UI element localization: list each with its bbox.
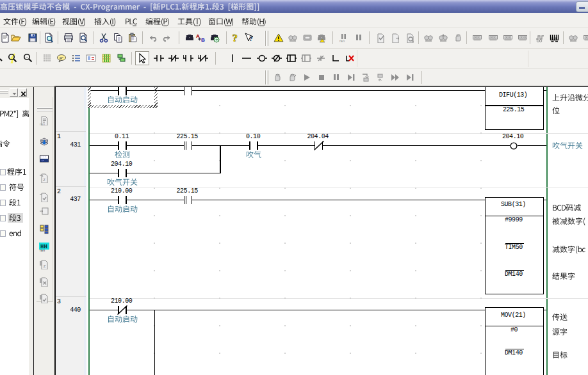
svg-text:ran: ran	[40, 122, 45, 125]
svg-text:B: B	[201, 37, 205, 43]
svg-text:z: z	[44, 263, 46, 269]
svg-text:?: ?	[249, 35, 253, 42]
svg-text:z: z	[43, 177, 45, 182]
svg-text:ran: ran	[339, 39, 345, 43]
svg-text:ran: ran	[40, 248, 45, 251]
svg-text:?: ?	[233, 33, 238, 43]
